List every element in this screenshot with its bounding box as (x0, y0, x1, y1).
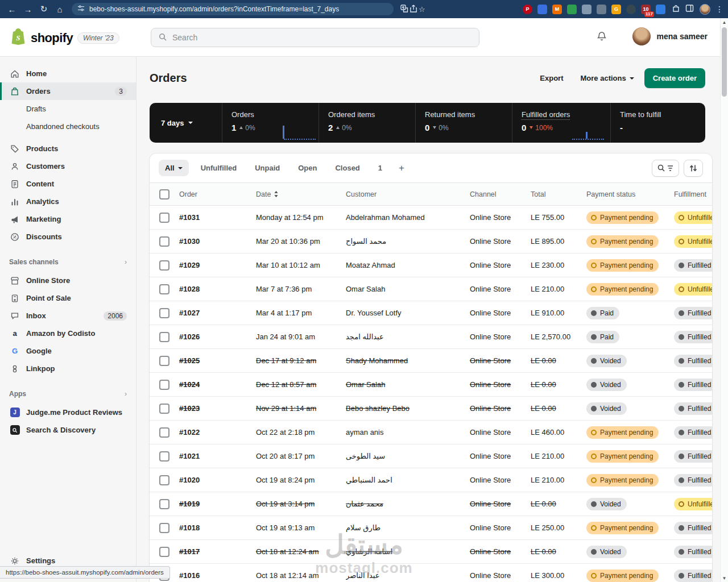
site-settings-icon[interactable] (77, 4, 85, 14)
notifications-bell-icon[interactable] (596, 31, 607, 42)
order-row[interactable]: #1017 Oct 18 at 12:24 am اسامه الرشاوي O… (150, 540, 712, 564)
scroll-up-arrow-icon[interactable]: ▲ (721, 18, 728, 26)
sidebar-item-abandoned-checkouts[interactable]: Abandoned checkouts (0, 118, 136, 135)
apps-section[interactable]: Apps › (0, 377, 136, 404)
order-row[interactable]: #1027 Mar 4 at 1:17 pm Dr. Youssef Lotfy… (150, 301, 712, 325)
sales-channels-section[interactable]: Sales channels › (0, 246, 136, 272)
green-extension-icon[interactable] (567, 5, 577, 14)
address-bar[interactable]: bebo-shoes-assuit.myshopify.com/admin/or… (72, 3, 394, 15)
row-checkbox[interactable] (159, 332, 169, 342)
row-checkbox[interactable] (159, 427, 169, 438)
order-row[interactable]: #1025 Dec 17 at 9:12 am Shady Mohammed O… (150, 349, 712, 373)
tab-open[interactable]: Open (292, 160, 323, 176)
order-number-link[interactable]: #1021 (179, 452, 200, 460)
row-checkbox[interactable] (159, 260, 169, 271)
order-number-link[interactable]: #1020 (179, 476, 200, 484)
row-checkbox[interactable] (159, 308, 169, 318)
sidebar-item-discounts[interactable]: Discounts (0, 228, 136, 246)
sidebar-item-products[interactable]: Products (0, 140, 136, 157)
column-header-total[interactable]: Total (531, 190, 586, 198)
order-number-link[interactable]: #1024 (179, 380, 200, 389)
browser-home-button[interactable]: ⌂ (52, 2, 67, 16)
row-checkbox[interactable] (159, 213, 169, 223)
row-checkbox[interactable] (159, 236, 169, 247)
order-number-link[interactable]: #1017 (179, 547, 200, 556)
column-header-date[interactable]: Date (256, 190, 346, 198)
sidebar-item-customers[interactable]: Customers (0, 157, 136, 175)
order-number-link[interactable]: #1030 (179, 237, 200, 246)
browser-reload-button[interactable]: ↻ (36, 2, 51, 16)
sidebar-item-judgeme[interactable]: J Judge.me Product Reviews (0, 404, 136, 421)
column-header-payment-status[interactable]: Payment status (586, 190, 674, 198)
sidebar-item-linkpop[interactable]: Linkpop (0, 360, 136, 377)
create-order-button[interactable]: Create order (644, 68, 705, 88)
order-row[interactable]: #1023 Nov 29 at 1:14 am Bebo shazley Beb… (150, 397, 712, 421)
select-all-checkbox[interactable] (159, 189, 169, 199)
order-number-link[interactable]: #1027 (179, 309, 200, 317)
metric-ordered-items[interactable]: Ordered items 20% (318, 103, 415, 143)
user-avatar[interactable] (632, 27, 651, 45)
counter-extension-icon[interactable]: 10117 (641, 5, 651, 14)
tab-closed[interactable]: Closed (329, 160, 366, 176)
mail-extension-icon[interactable]: M (552, 5, 562, 14)
order-row[interactable]: #1031 Monday at 12:54 pm Abdelrahman Moh… (150, 206, 712, 230)
gray-extension-icon[interactable] (597, 5, 606, 14)
more-actions-button[interactable]: More actions (574, 69, 641, 87)
row-checkbox[interactable] (159, 284, 169, 294)
order-row[interactable]: #1020 Oct 19 at 8:24 pm احمد السنباطي On… (150, 468, 712, 492)
user-name[interactable]: mena sameer (656, 32, 708, 41)
row-checkbox[interactable] (159, 451, 169, 462)
order-row[interactable]: #1028 Mar 7 at 7:36 pm Omar Salah Online… (150, 277, 712, 301)
yellow-extension-icon[interactable]: G (611, 5, 621, 14)
sidebar-item-content[interactable]: Content (0, 175, 136, 193)
order-number-link[interactable]: #1022 (179, 428, 200, 436)
tab-all[interactable]: All (159, 160, 189, 176)
row-checkbox[interactable] (159, 547, 169, 557)
browser-scrollbar[interactable]: ▲ ▼ (720, 18, 728, 582)
sidebar-item-analytics[interactable]: Analytics (0, 193, 136, 210)
search-filter-button[interactable] (652, 160, 679, 177)
order-row[interactable]: #1024 Dec 12 at 8:57 am Omar Salah Onlin… (150, 373, 712, 397)
global-search-input[interactable]: Search (151, 28, 479, 47)
shield-extension-icon[interactable] (582, 5, 592, 14)
column-header-order[interactable]: Order (179, 190, 256, 198)
order-row[interactable]: #1021 Oct 20 at 8:17 pm سيد الطوخى Onlin… (150, 444, 712, 468)
row-checkbox[interactable] (159, 380, 169, 390)
browser-forward-button[interactable]: → (20, 2, 35, 16)
tab-custom-1[interactable]: 1 (372, 160, 388, 176)
sidebar-item-home[interactable]: Home (0, 65, 136, 82)
translate-icon[interactable] (400, 5, 408, 14)
sidebar-item-point-of-sale[interactable]: Point of Sale (0, 289, 136, 307)
column-header-channel[interactable]: Channel (470, 190, 531, 198)
side-panel-icon[interactable] (685, 4, 694, 14)
order-number-link[interactable]: #1029 (179, 261, 200, 269)
timeframe-selector[interactable]: 7 days (150, 103, 222, 143)
order-row[interactable]: #1019 Oct 19 at 3:14 pm محمد عثمان Onlin… (150, 492, 712, 516)
browser-menu-icon[interactable]: ⋮ (715, 5, 723, 14)
column-header-fulfillment[interactable]: Fulfillment (674, 190, 712, 198)
order-number-link[interactable]: #1016 (179, 571, 200, 580)
browser-profile-avatar[interactable] (700, 4, 710, 15)
order-row[interactable]: #1030 Mar 20 at 10:36 pm محمد السواح Onl… (150, 230, 712, 253)
tab-unfulfilled[interactable]: Unfulfilled (195, 160, 243, 176)
row-checkbox[interactable] (159, 356, 169, 366)
sidebar-item-online-store[interactable]: Online Store (0, 272, 136, 289)
sort-button[interactable] (684, 160, 703, 177)
row-checkbox[interactable] (159, 404, 169, 414)
column-header-customer[interactable]: Customer (346, 190, 470, 198)
sidebar-item-amazon-by-codisto[interactable]: a Amazon by Codisto (0, 325, 136, 342)
tab-unpaid[interactable]: Unpaid (249, 160, 286, 176)
metric-fulfilled-orders[interactable]: Fulfilled orders 0100% (512, 103, 610, 143)
edge-extension-icon[interactable] (656, 5, 665, 14)
sidebar-item-google[interactable]: G Google (0, 342, 136, 360)
metric-orders[interactable]: Orders 10% (222, 103, 318, 143)
order-number-link[interactable]: #1026 (179, 332, 200, 341)
order-number-link[interactable]: #1028 (179, 285, 200, 293)
order-number-link[interactable]: #1025 (179, 356, 200, 365)
order-row[interactable]: #1018 Oct 19 at 9:13 am طارق سلام Online… (150, 516, 712, 540)
scrollbar-thumb[interactable] (722, 27, 727, 97)
order-number-link[interactable]: #1018 (179, 523, 200, 532)
row-checkbox[interactable] (159, 523, 169, 533)
row-checkbox[interactable] (159, 475, 169, 485)
browser-back-button[interactable]: ← (5, 2, 19, 16)
